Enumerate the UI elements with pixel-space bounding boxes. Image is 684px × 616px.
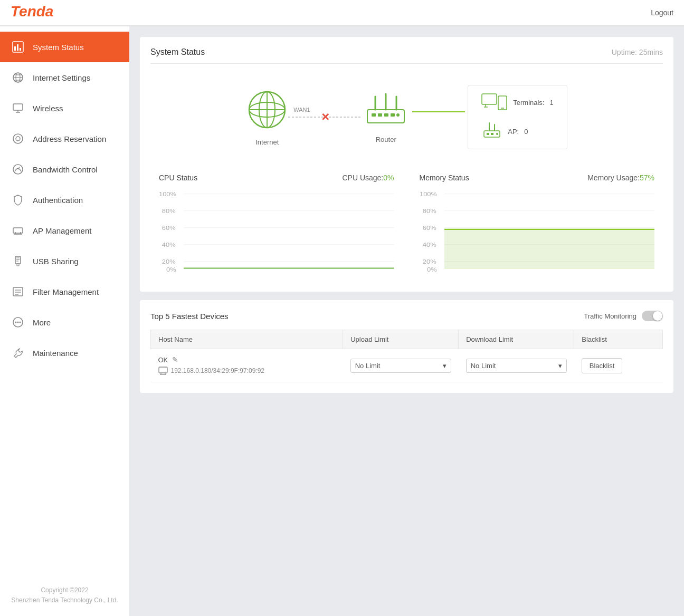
host-name-row: OK ✎ bbox=[158, 355, 336, 364]
memory-title: Memory Status bbox=[420, 174, 469, 182]
top5-section: Top 5 Fastest Devices Traffic Monitoring… bbox=[140, 300, 673, 393]
terminals-label: Terminals: bbox=[513, 99, 544, 107]
sidebar-label-more: More bbox=[33, 318, 51, 327]
svg-rect-45 bbox=[378, 113, 382, 117]
blacklist-button[interactable]: Blacklist bbox=[582, 358, 623, 373]
traffic-monitoring-wrap: Traffic Monitoring bbox=[584, 311, 663, 321]
sidebar-item-usb-sharing[interactable]: USB Sharing bbox=[0, 246, 129, 276]
col-download-limit: Download Limit bbox=[459, 330, 574, 349]
sidebar-label-maintenance: Maintenance bbox=[33, 349, 78, 358]
svg-text:0%: 0% bbox=[427, 266, 437, 273]
sidebar-item-authentication[interactable]: Authentication bbox=[0, 185, 129, 215]
svg-rect-10 bbox=[13, 104, 23, 110]
sidebar-label-system-status: System Status bbox=[33, 43, 84, 52]
sidebar-item-maintenance[interactable]: Maintenance bbox=[0, 338, 129, 368]
sidebar-label-address-reservation: Address Reservation bbox=[33, 134, 106, 143]
wan-label: WAN1 bbox=[293, 107, 310, 113]
upload-limit-chevron: ▾ bbox=[443, 362, 446, 370]
content-area: System Status Uptime: 25mins Internet bbox=[129, 26, 684, 616]
router-to-devices-line bbox=[412, 111, 465, 112]
edit-icon[interactable]: ✎ bbox=[172, 355, 178, 364]
router-label: Router bbox=[376, 136, 396, 143]
memory-chart-card: Memory Status Memory Usage:57% bbox=[411, 165, 663, 281]
svg-text:60%: 60% bbox=[422, 224, 436, 231]
svg-text:40%: 40% bbox=[162, 241, 176, 248]
bandwidth-control-icon bbox=[11, 162, 25, 177]
traffic-monitoring-label: Traffic Monitoring bbox=[584, 312, 636, 320]
ap-row: AP:0 bbox=[481, 122, 553, 141]
download-limit-cell: No Limit ▾ bbox=[459, 349, 574, 382]
svg-text:20%: 20% bbox=[422, 258, 436, 265]
toggle-knob bbox=[653, 311, 662, 321]
sidebar-label-ap-management: AP Management bbox=[33, 226, 91, 235]
globe-icon bbox=[246, 89, 288, 131]
router-icon bbox=[362, 91, 410, 128]
upload-limit-cell: No Limit ▾ bbox=[343, 349, 459, 382]
address-reservation-icon bbox=[11, 131, 25, 146]
traffic-monitoring-toggle[interactable] bbox=[642, 311, 663, 321]
ap-count: 0 bbox=[524, 128, 528, 136]
host-info: OK ✎ 192 bbox=[158, 355, 336, 376]
system-status-card: System Status Uptime: 25mins Internet bbox=[140, 37, 673, 292]
svg-point-33 bbox=[20, 322, 21, 323]
svg-rect-49 bbox=[482, 94, 497, 104]
svg-point-14 bbox=[16, 137, 20, 141]
sidebar-item-more[interactable]: More bbox=[0, 307, 129, 338]
terminals-count: 1 bbox=[550, 99, 554, 107]
sidebar-label-usb-sharing: USB Sharing bbox=[33, 257, 79, 266]
system-status-icon bbox=[11, 40, 25, 54]
upload-limit-select[interactable]: No Limit ▾ bbox=[350, 359, 451, 373]
cpu-chart-header: CPU Status CPU Usage:0% bbox=[159, 174, 394, 182]
sidebar-item-filter-management[interactable]: Filter Management bbox=[0, 276, 129, 307]
sidebar-item-address-reservation[interactable]: Address Reservation bbox=[0, 123, 129, 154]
wan-connection-line: WAN1 ✕ bbox=[288, 104, 362, 130]
sidebar-item-internet-settings[interactable]: Internet Settings bbox=[0, 62, 129, 93]
header: Tenda Logout bbox=[0, 0, 684, 26]
memory-chart-header: Memory Status Memory Usage:57% bbox=[420, 174, 655, 182]
top5-header: Top 5 Fastest Devices Traffic Monitoring bbox=[150, 311, 663, 321]
sidebar-item-wireless[interactable]: Wireless bbox=[0, 93, 129, 123]
col-host-name: Host Name bbox=[151, 330, 343, 349]
authentication-icon bbox=[11, 192, 25, 207]
svg-rect-3 bbox=[17, 44, 18, 51]
internet-label: Internet bbox=[255, 138, 279, 146]
svg-text:100%: 100% bbox=[420, 190, 437, 197]
svg-rect-44 bbox=[372, 113, 376, 117]
copyright-line2: Shenzhen Tenda Technology Co., Ltd. bbox=[11, 595, 119, 605]
svg-rect-4 bbox=[20, 48, 21, 51]
svg-rect-17 bbox=[13, 228, 23, 233]
sidebar-label-internet-settings: Internet Settings bbox=[33, 73, 90, 82]
network-diagram: Internet WAN1 ✕ bbox=[150, 74, 663, 165]
logo: Tenda bbox=[11, 3, 63, 23]
sidebar-label-bandwidth-control: Bandwidth Control bbox=[33, 165, 98, 174]
cpu-title: CPU Status bbox=[159, 174, 197, 182]
logout-button[interactable]: Logout bbox=[651, 8, 673, 17]
upload-limit-value: No Limit bbox=[355, 362, 381, 370]
svg-rect-58 bbox=[491, 133, 493, 135]
sidebar-item-ap-management[interactable]: AP Management bbox=[0, 215, 129, 246]
main-layout: System Status Internet Settings bbox=[0, 26, 684, 616]
table-header: Host Name Upload Limit Download Limit Bl… bbox=[151, 330, 663, 349]
download-limit-select[interactable]: No Limit ▾ bbox=[466, 359, 567, 373]
sidebar-item-system-status[interactable]: System Status bbox=[0, 32, 129, 62]
host-status: OK bbox=[158, 356, 168, 364]
sidebar-item-bandwidth-control[interactable]: Bandwidth Control bbox=[0, 154, 129, 185]
svg-point-31 bbox=[15, 322, 17, 323]
sidebar-footer: Copyright ©2022 Shenzhen Tenda Technolog… bbox=[0, 575, 129, 616]
ap-label: AP: bbox=[508, 128, 519, 136]
memory-chart-area: 100% 80% 60% 40% 20% 0% bbox=[420, 188, 655, 273]
terminals-icon bbox=[481, 93, 508, 112]
sidebar-label-authentication: Authentication bbox=[33, 196, 83, 205]
cpu-chart-svg: 100% 80% 60% 40% 20% 0% bbox=[159, 188, 394, 273]
svg-text:100%: 100% bbox=[159, 190, 176, 197]
table-row: OK ✎ 192 bbox=[151, 349, 663, 382]
svg-rect-84 bbox=[159, 367, 167, 373]
host-ip-mac: 192.168.0.180/34:29:9F:97:09:92 bbox=[171, 367, 265, 374]
ap-management-icon bbox=[11, 223, 25, 238]
svg-rect-47 bbox=[391, 113, 395, 117]
download-limit-chevron: ▾ bbox=[558, 362, 562, 370]
sidebar-label-wireless: Wireless bbox=[33, 104, 63, 113]
charts-row: CPU Status CPU Usage:0% bbox=[150, 165, 663, 281]
ap-icon bbox=[481, 122, 502, 141]
table-header-row: Host Name Upload Limit Download Limit Bl… bbox=[151, 330, 663, 349]
